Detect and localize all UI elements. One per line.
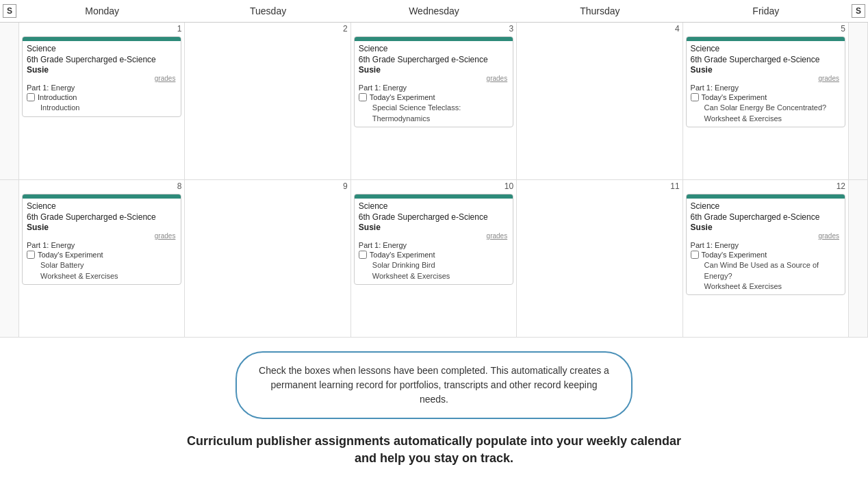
event-checkbox-row: Today's Experiment — [359, 93, 509, 101]
nav-right-box[interactable]: S — [852, 4, 865, 18]
day-monday-w2: 8 Science 6th Grade Supercharged e-Scien… — [19, 180, 185, 338]
event-unit: Part 1: Energy — [691, 241, 841, 249]
week-1-row: 1 Science 6th Grade Supercharged e-Scien… — [0, 23, 868, 180]
event-subject: Science — [27, 44, 177, 55]
sub-item-0: Introduction — [27, 103, 177, 113]
event-unit: Part 1: Energy — [691, 84, 841, 92]
grades-link[interactable]: grades — [359, 232, 509, 240]
day-monday-w1: 1 Science 6th Grade Supercharged e-Scien… — [19, 23, 185, 180]
side-left-w1 — [0, 23, 19, 180]
day-number-11: 11 — [517, 180, 682, 192]
checkbox-label: Today's Experiment — [702, 251, 767, 259]
checkbox-label: Introduction — [38, 93, 77, 101]
day-number-8: 8 — [19, 180, 184, 192]
event-course: 6th Grade Supercharged e-Science — [27, 212, 177, 223]
side-left-w2 — [0, 180, 19, 338]
header-monday: Monday — [19, 0, 185, 22]
checkbox-label: Today's Experiment — [702, 93, 767, 101]
day-number-5: 5 — [683, 23, 848, 35]
event-card-wed-w2: Science 6th Grade Supercharged e-Science… — [354, 194, 513, 285]
event-subject: Science — [359, 201, 509, 212]
day-number-12: 12 — [683, 180, 848, 192]
sub-item-1: Worksheet & Exercises — [691, 281, 841, 292]
event-course: 6th Grade Supercharged e-Science — [359, 55, 509, 66]
day-number-2: 2 — [185, 23, 350, 35]
bottom-text: Curriculum publisher assignments automat… — [167, 433, 701, 467]
event-checkbox-row: Today's Experiment — [27, 251, 177, 259]
sub-item-0: Solar Battery — [27, 260, 177, 270]
calendar-header: S Monday Tuesday Wednesday Thursday Frid… — [0, 0, 868, 23]
bottom-section: Check the boxes when lessons have been c… — [0, 338, 868, 474]
event-card-body: Science 6th Grade Supercharged e-Science… — [23, 41, 181, 116]
event-student: Susie — [27, 65, 177, 75]
event-subject: Science — [691, 44, 841, 55]
grades-link[interactable]: grades — [691, 232, 841, 240]
sub-item-1: Worksheet & Exercises — [359, 271, 509, 281]
lesson-checkbox[interactable] — [27, 93, 35, 101]
day-tuesday-w2: 9 — [185, 180, 350, 338]
grades-link[interactable]: grades — [27, 232, 177, 240]
sub-item-1: Worksheet & Exercises — [27, 271, 177, 281]
event-checkbox-row: Introduction — [27, 93, 177, 101]
event-card-body: Science 6th Grade Supercharged e-Science… — [23, 199, 181, 284]
event-card-fri-w2: Science 6th Grade Supercharged e-Science… — [686, 194, 845, 295]
header-thursday: Thursday — [517, 0, 682, 22]
grades-link[interactable]: grades — [27, 75, 177, 82]
header-wednesday: Wednesday — [351, 0, 517, 22]
side-right-w1 — [849, 23, 868, 180]
event-subject: Science — [691, 201, 841, 212]
event-student: Susie — [691, 223, 841, 232]
nav-right[interactable]: S — [849, 0, 868, 22]
nav-left[interactable]: S — [0, 0, 19, 22]
event-unit: Part 1: Energy — [359, 241, 509, 249]
calendar-wrapper: S Monday Tuesday Wednesday Thursday Frid… — [0, 0, 868, 338]
bottom-line1: Curriculum publisher assignments automat… — [187, 434, 681, 448]
bottom-line2: and help you stay on track. — [355, 451, 513, 465]
event-card-body: Science 6th Grade Supercharged e-Science… — [355, 41, 513, 127]
day-number-1: 1 — [19, 23, 184, 35]
event-unit: Part 1: Energy — [27, 84, 177, 92]
lesson-checkbox[interactable] — [359, 251, 367, 259]
event-student: Susie — [359, 65, 509, 75]
sub-item-0: Can Solar Energy Be Concentrated? — [691, 103, 841, 113]
grades-link[interactable]: grades — [359, 75, 509, 82]
day-thursday-w1: 4 — [517, 23, 682, 180]
event-card-body: Science 6th Grade Supercharged e-Science… — [687, 41, 845, 127]
day-friday-w1: 5 Science 6th Grade Supercharged e-Scien… — [683, 23, 849, 180]
day-number-3: 3 — [351, 23, 516, 35]
checkbox-label: Today's Experiment — [38, 251, 103, 259]
sub-item-1: Worksheet & Exercises — [691, 114, 841, 124]
event-checkbox-row: Today's Experiment — [359, 251, 509, 259]
event-card-mon-w1: Science 6th Grade Supercharged e-Science… — [22, 36, 181, 117]
event-checkbox-row: Today's Experiment — [691, 251, 841, 259]
day-thursday-w2: 11 — [517, 180, 682, 338]
checkbox-label: Today's Experiment — [370, 251, 435, 259]
event-card-mon-w2: Science 6th Grade Supercharged e-Science… — [22, 194, 181, 285]
sub-item-0: Special Science Teleclass: Thermodynamic… — [359, 103, 509, 124]
event-unit: Part 1: Energy — [27, 241, 177, 249]
side-right-w2 — [849, 180, 868, 338]
event-card-body: Science 6th Grade Supercharged e-Science… — [355, 199, 513, 284]
event-course: 6th Grade Supercharged e-Science — [691, 55, 841, 66]
event-student: Susie — [359, 223, 509, 232]
header-friday: Friday — [683, 0, 849, 22]
event-subject: Science — [359, 44, 509, 55]
sub-item-0: Can Wind Be Used as a Source of Energy? — [691, 260, 841, 281]
lesson-checkbox[interactable] — [359, 93, 367, 101]
lesson-checkbox[interactable] — [691, 251, 699, 259]
grades-link[interactable]: grades — [691, 75, 841, 82]
day-number-10: 10 — [351, 180, 516, 192]
event-card-fri-w1: Science 6th Grade Supercharged e-Science… — [686, 36, 845, 127]
event-unit: Part 1: Energy — [359, 84, 509, 92]
event-checkbox-row: Today's Experiment — [691, 93, 841, 101]
event-course: 6th Grade Supercharged e-Science — [27, 55, 177, 66]
nav-left-box[interactable]: S — [3, 4, 16, 18]
event-student: Susie — [27, 223, 177, 232]
day-wednesday-w1: 3 Science 6th Grade Supercharged e-Scien… — [351, 23, 517, 180]
event-course: 6th Grade Supercharged e-Science — [359, 212, 509, 223]
lesson-checkbox[interactable] — [27, 251, 35, 259]
lesson-checkbox[interactable] — [691, 93, 699, 101]
week-2-row: 8 Science 6th Grade Supercharged e-Scien… — [0, 180, 868, 338]
day-number-9: 9 — [185, 180, 350, 192]
event-card-body: Science 6th Grade Supercharged e-Science… — [687, 199, 845, 294]
